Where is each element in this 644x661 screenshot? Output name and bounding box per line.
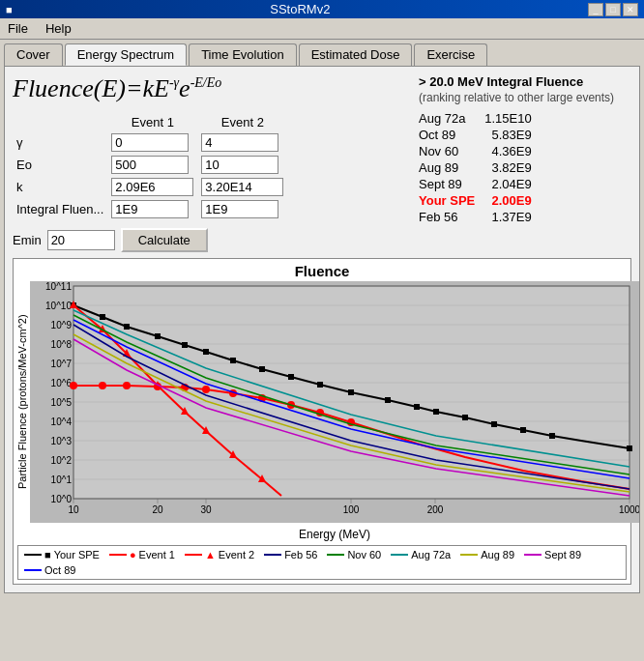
svg-text:10^10: 10^10	[45, 301, 72, 311]
list-item: Aug 89 3.82E9	[419, 159, 542, 176]
emin-row: Emin Calculate	[13, 228, 409, 252]
formula-display: Fluence(E)=kE-γe-E/Eo	[13, 74, 409, 103]
svg-text:10^7: 10^7	[51, 359, 73, 369]
legend-nov60: Nov 60	[327, 549, 381, 560]
tab-bar: Cover Energy Spectrum Time Evolution Est…	[0, 40, 644, 66]
k-event1-input[interactable]	[111, 178, 193, 196]
legend-event1-label: Event 1	[139, 549, 175, 560]
right-panel: > 20.0 MeV Integral Fluence (ranking rel…	[419, 74, 631, 252]
legend-event1-line	[109, 554, 127, 556]
integral-event2-input[interactable]	[201, 200, 278, 218]
title-bar-text: ■	[6, 4, 13, 15]
legend-event1-marker: ●	[130, 549, 136, 560]
list-item: Aug 72a 1.15E10	[419, 110, 542, 127]
svg-text:200: 200	[427, 504, 444, 515]
svg-point-58	[70, 382, 77, 389]
svg-rect-42	[155, 333, 161, 339]
integral-event1-input[interactable]	[111, 200, 189, 218]
svg-text:10^0: 10^0	[51, 494, 73, 504]
tab-cover[interactable]: Cover	[4, 43, 63, 66]
chart-svg: 10^11 10^10 10^9 10^8 10^7 10^6 10^5 10^…	[30, 281, 639, 523]
table-row: Integral Fluen...	[13, 198, 287, 220]
svg-point-63	[202, 386, 210, 393]
svg-rect-40	[100, 314, 105, 320]
event-yourspe-value: 2.00E9	[484, 192, 541, 209]
eo-event2-input[interactable]	[201, 156, 278, 174]
title-bar: ■ SStoRMv2 _ □ ✕	[0, 0, 644, 18]
svg-text:10^2: 10^2	[51, 455, 73, 466]
gamma-event1-input[interactable]	[111, 133, 189, 152]
svg-text:100: 100	[343, 504, 360, 515]
svg-text:10^11: 10^11	[45, 281, 72, 292]
event-aug72a-name: Aug 72a	[419, 110, 484, 127]
legend-sept89: Sept 89	[524, 549, 581, 560]
legend-feb56: Feb 56	[264, 549, 317, 560]
svg-rect-46	[259, 366, 265, 372]
params-table: Event 1 Event 2 γ Eo k	[13, 113, 287, 220]
legend-yourspe-line	[24, 554, 42, 556]
emin-input[interactable]	[47, 230, 115, 250]
event-yourspe-name: Your SPE	[419, 192, 484, 209]
top-section: Fluence(E)=kE-γe-E/Eo Event 1 Event 2 γ …	[13, 74, 631, 252]
chart-with-yaxis: Particle Fluence (protons/MeV-cm^2)	[17, 281, 627, 541]
integral-label: Integral Fluen...	[13, 198, 107, 220]
tab-exercise[interactable]: Exercise	[414, 43, 487, 66]
legend-aug89-line	[460, 554, 478, 556]
integral-subheading: (ranking relative to other large events)	[419, 91, 631, 104]
event-aug89-name: Aug 89	[419, 159, 484, 176]
k-label: k	[13, 176, 107, 198]
calculate-button[interactable]: Calculate	[121, 228, 208, 252]
svg-rect-55	[520, 427, 526, 433]
tab-estimated-dose[interactable]: Estimated Dose	[299, 43, 413, 66]
maximize-button[interactable]: □	[605, 3, 621, 16]
svg-rect-56	[549, 433, 555, 439]
event-nov60-name: Nov 60	[419, 143, 484, 159]
chart-svg-container: 10^11 10^10 10^9 10^8 10^7 10^6 10^5 10^…	[30, 281, 639, 541]
eo-event1-input[interactable]	[111, 156, 189, 174]
menu-file[interactable]: File	[4, 20, 32, 37]
legend-aug72a-label: Aug 72a	[411, 549, 451, 560]
legend-event2-label: Event 2	[219, 549, 254, 560]
table-row: k	[13, 176, 287, 198]
event-oct89-value: 5.83E9	[484, 127, 541, 143]
event-table: Aug 72a 1.15E10 Oct 89 5.83E9 Nov 60 4.3…	[419, 110, 542, 225]
formula-text: Fluence(E)=kE	[13, 74, 169, 102]
tab-energy-spectrum[interactable]: Energy Spectrum	[65, 43, 187, 66]
svg-rect-51	[414, 404, 420, 410]
legend-aug89-label: Aug 89	[481, 549, 514, 560]
legend-event2: ▲ Event 2	[185, 549, 254, 560]
x-axis-label: Energy (MeV)	[30, 528, 639, 541]
formula-exp2: -E/Eo	[190, 75, 222, 90]
svg-text:10^9: 10^9	[51, 320, 73, 330]
col-header-event1: Event 1	[107, 113, 197, 131]
legend-nov60-label: Nov 60	[347, 549, 381, 560]
legend-event2-line	[185, 554, 202, 556]
svg-rect-49	[348, 389, 354, 395]
list-item: Your SPE 2.00E9	[419, 192, 542, 209]
event-feb56-value: 1.37E9	[484, 209, 541, 225]
event-sept89-name: Sept 89	[419, 176, 484, 192]
legend-sept89-line	[524, 554, 542, 556]
col-header-event2: Event 2	[197, 113, 287, 131]
svg-text:30: 30	[200, 504, 212, 515]
minimize-button[interactable]: _	[588, 3, 603, 16]
svg-text:10^6: 10^6	[51, 378, 73, 388]
event-aug89-value: 3.82E9	[484, 159, 541, 176]
svg-text:20: 20	[152, 504, 163, 515]
gamma-event2-input[interactable]	[201, 133, 278, 152]
svg-rect-44	[203, 349, 209, 355]
close-button[interactable]: ✕	[623, 3, 638, 16]
legend-sept89-label: Sept 89	[544, 549, 581, 560]
window-controls[interactable]: _ □ ✕	[588, 3, 638, 16]
tab-time-evolution[interactable]: Time Evolution	[189, 43, 297, 66]
svg-rect-53	[462, 415, 468, 420]
menu-bar: File Help	[0, 18, 644, 40]
chart-area: Fluence Particle Fluence (protons/MeV-cm…	[13, 258, 631, 585]
svg-rect-47	[288, 374, 294, 380]
menu-help[interactable]: Help	[42, 20, 75, 37]
formula-exp1: -γ	[169, 75, 179, 90]
formula-e: e	[179, 74, 190, 102]
svg-text:10^4: 10^4	[51, 417, 73, 427]
k-event2-input[interactable]	[201, 178, 283, 196]
col-header-label	[13, 113, 107, 131]
